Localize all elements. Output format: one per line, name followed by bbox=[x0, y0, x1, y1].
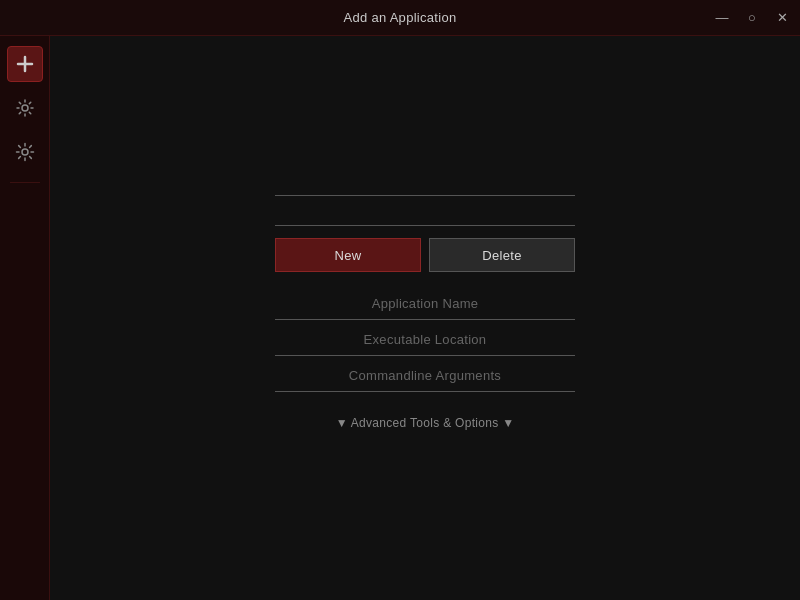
svg-point-3 bbox=[22, 149, 28, 155]
minimize-button[interactable]: — bbox=[714, 10, 730, 26]
sidebar bbox=[0, 36, 50, 600]
settings2-button[interactable] bbox=[7, 134, 43, 170]
svg-point-2 bbox=[22, 105, 28, 111]
executable-location-input[interactable] bbox=[275, 324, 575, 356]
form-container: New Delete ▼ Advanced Tools & Options ▼ bbox=[275, 166, 575, 430]
sidebar-divider bbox=[10, 182, 40, 183]
content-area: New Delete ▼ Advanced Tools & Options ▼ bbox=[50, 36, 800, 600]
add-button[interactable] bbox=[7, 46, 43, 82]
buttons-row: New Delete bbox=[275, 238, 575, 272]
title-bar: Add an Application — ○ ✕ bbox=[0, 0, 800, 36]
maximize-button[interactable]: ○ bbox=[744, 10, 760, 26]
new-button[interactable]: New bbox=[275, 238, 421, 272]
gear-icon bbox=[15, 98, 35, 118]
plus-icon bbox=[15, 54, 35, 74]
advanced-tools-link[interactable]: ▼ Advanced Tools & Options ▼ bbox=[275, 416, 575, 430]
delete-button[interactable]: Delete bbox=[429, 238, 575, 272]
window-title: Add an Application bbox=[343, 10, 456, 25]
list-box-inner bbox=[275, 166, 575, 196]
window-controls: — ○ ✕ bbox=[714, 0, 790, 35]
list-box[interactable] bbox=[275, 166, 575, 226]
commandline-arguments-input[interactable] bbox=[275, 360, 575, 392]
application-name-input[interactable] bbox=[275, 288, 575, 320]
main-layout: New Delete ▼ Advanced Tools & Options ▼ bbox=[0, 36, 800, 600]
settings1-button[interactable] bbox=[7, 90, 43, 126]
close-button[interactable]: ✕ bbox=[774, 10, 790, 26]
gear-detail-icon bbox=[15, 142, 35, 162]
